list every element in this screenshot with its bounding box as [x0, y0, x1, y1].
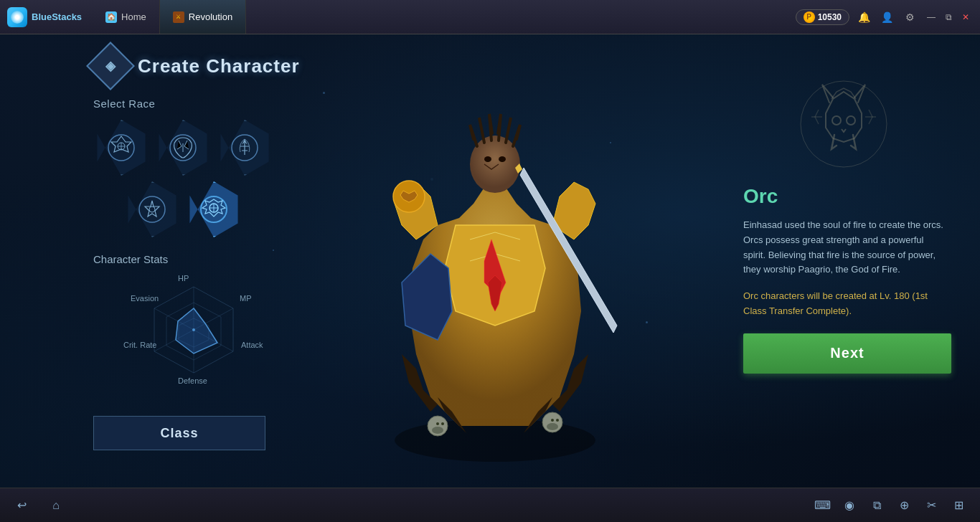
svg-point-25	[432, 427, 443, 434]
stat-label-defense: Defense	[178, 376, 207, 385]
character-silhouette	[344, 53, 646, 469]
svg-point-34	[847, 116, 855, 125]
diamond-icon: ◈	[86, 42, 135, 90]
settings-icon[interactable]: ⚙	[901, 9, 918, 26]
stat-label-evasion: Evasion	[131, 294, 159, 303]
coin-icon: P	[804, 11, 815, 23]
restore-button[interactable]: ⧉	[941, 10, 956, 24]
page-title: Create Character	[138, 55, 300, 77]
bs-logo-icon	[7, 7, 27, 27]
svg-point-31	[556, 419, 559, 422]
race3-emblem	[229, 132, 260, 163]
race-name: Orc	[743, 185, 944, 208]
svg-point-26	[436, 422, 439, 425]
multiwindow-icon[interactable]: ⧉	[867, 495, 887, 516]
class-button[interactable]: Class	[93, 416, 265, 450]
race1-emblem	[105, 132, 137, 163]
tab-home[interactable]: 🏠 Home	[93, 0, 160, 34]
race4-emblem	[136, 194, 168, 225]
next-button[interactable]: Next	[743, 333, 951, 374]
minimize-button[interactable]: —	[924, 10, 938, 24]
race2-emblem	[167, 132, 199, 163]
race-button-3[interactable]	[217, 120, 273, 176]
screenshot-icon[interactable]: ✂	[921, 495, 941, 516]
taskbar: ↩ ⌂ ⌨ ◉ ⧉ ⊕ ✂ ⊞	[0, 488, 980, 522]
race-description: Einhasad used the soul of fire to create…	[743, 218, 944, 277]
zoom-icon[interactable]: ⊕	[894, 495, 914, 516]
home-tab-icon: 🏠	[105, 11, 117, 23]
svg-point-18	[192, 328, 195, 331]
race-button-1[interactable]	[93, 120, 149, 176]
display-icon[interactable]: ◉	[839, 495, 859, 516]
race-button-5[interactable]	[186, 181, 242, 237]
home-icon[interactable]: ⌂	[46, 495, 66, 516]
svg-point-4	[139, 196, 165, 222]
orc-emblem-svg	[797, 77, 890, 171]
race5-emblem	[198, 194, 230, 225]
stat-label-attack: Attack	[241, 341, 263, 349]
close-button[interactable]: ✕	[958, 10, 973, 24]
brand-name: BlueStacks	[32, 11, 82, 22]
title-bar: BlueStacks 🏠 Home ⚔ Revolution P 10530 🔔…	[0, 0, 980, 34]
svg-point-21	[484, 156, 491, 162]
character-display	[287, 34, 703, 488]
race-button-2[interactable]	[155, 120, 211, 176]
tab-home-label: Home	[121, 11, 146, 22]
coin-amount: 10530	[818, 12, 842, 22]
stat-label-crit: Crit. Rate	[123, 341, 156, 349]
svg-point-5	[149, 207, 155, 212]
race-note: Orc characters will be created at Lv. 18…	[743, 289, 944, 319]
race-button-4[interactable]	[124, 181, 180, 237]
svg-point-30	[551, 419, 554, 422]
bluestacks-logo: BlueStacks	[0, 7, 89, 27]
tab-revolution-label: Revolution	[189, 11, 232, 22]
stats-radar-container: HP MP Attack Defense Crit. Rate Evasion	[93, 272, 294, 409]
tab-bar: 🏠 Home ⚔ Revolution	[93, 0, 246, 34]
right-panel: Orc Einhasad used the soul of fire to cr…	[743, 77, 944, 374]
race-emblem	[797, 77, 890, 171]
taskbar-right: ⌨ ◉ ⧉ ⊕ ✂ ⊞	[812, 495, 969, 516]
game-area: ◈ Create Character Select Race	[0, 34, 980, 488]
svg-point-32	[801, 81, 887, 167]
profile-icon[interactable]: 👤	[878, 9, 895, 26]
revolution-tab-icon: ⚔	[173, 11, 184, 23]
tab-revolution[interactable]: ⚔ Revolution	[160, 0, 246, 34]
titlebar-right-section: P 10530 🔔 👤 ⚙ — ⧉ ✕	[796, 9, 980, 26]
coin-display: P 10530	[796, 9, 849, 25]
svg-point-33	[832, 116, 841, 125]
window-controls: — ⧉ ✕	[924, 10, 973, 24]
svg-point-22	[499, 156, 506, 162]
back-icon[interactable]: ↩	[11, 495, 32, 516]
svg-point-27	[441, 422, 444, 425]
keyboard-icon[interactable]: ⌨	[812, 495, 832, 516]
notification-icon[interactable]: 🔔	[855, 9, 872, 26]
svg-marker-17	[176, 308, 217, 353]
grid-icon[interactable]: ⊞	[948, 495, 969, 516]
svg-point-29	[547, 423, 558, 430]
taskbar-left: ↩ ⌂	[11, 495, 66, 516]
stat-label-hp: HP	[178, 274, 189, 283]
stat-label-mp: MP	[240, 294, 252, 303]
